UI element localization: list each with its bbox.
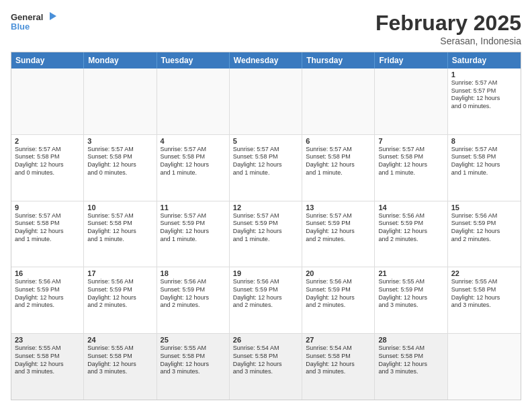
title-block: February 2025 Serasan, Indonesia <box>375 11 521 46</box>
cal-header-day: Friday <box>375 52 447 68</box>
cal-cell: 5Sunrise: 5:57 AM Sunset: 5:58 PM Daylig… <box>230 135 302 201</box>
cal-cell: 21Sunrise: 5:55 AM Sunset: 5:59 PM Dayli… <box>375 267 447 333</box>
cell-daylight-info: Sunrise: 5:57 AM Sunset: 5:58 PM Dayligh… <box>87 212 152 244</box>
calendar: SundayMondayTuesdayWednesdayThursdayFrid… <box>11 52 521 400</box>
day-number: 11 <box>161 203 226 212</box>
cell-daylight-info: Sunrise: 5:54 AM Sunset: 5:58 PM Dayligh… <box>233 345 298 376</box>
cell-daylight-info: Sunrise: 5:55 AM Sunset: 5:58 PM Dayligh… <box>15 345 80 376</box>
cell-daylight-info: Sunrise: 5:56 AM Sunset: 5:59 PM Dayligh… <box>87 278 152 310</box>
day-number: 27 <box>306 336 371 344</box>
svg-marker-1 <box>50 12 56 20</box>
day-number: 17 <box>87 269 152 277</box>
header: General Blue February 2025 Serasan, Indo… <box>11 11 521 46</box>
cell-daylight-info: Sunrise: 5:56 AM Sunset: 5:59 PM Dayligh… <box>15 278 80 310</box>
cal-cell: 11Sunrise: 5:57 AM Sunset: 5:59 PM Dayli… <box>157 201 230 267</box>
cell-daylight-info: Sunrise: 5:56 AM Sunset: 5:59 PM Dayligh… <box>233 278 298 310</box>
cal-cell: 15Sunrise: 5:56 AM Sunset: 5:59 PM Dayli… <box>448 201 521 267</box>
cal-cell: 23Sunrise: 5:55 AM Sunset: 5:58 PM Dayli… <box>11 334 84 400</box>
day-number: 15 <box>451 203 517 212</box>
cal-cell <box>157 68 230 134</box>
day-number: 16 <box>15 269 80 277</box>
cell-daylight-info: Sunrise: 5:55 AM Sunset: 5:59 PM Dayligh… <box>378 278 443 310</box>
cell-daylight-info: Sunrise: 5:57 AM Sunset: 5:58 PM Dayligh… <box>161 146 226 177</box>
cal-row: 9Sunrise: 5:57 AM Sunset: 5:58 PM Daylig… <box>11 201 521 268</box>
logo-svg: General Blue <box>11 11 58 35</box>
cal-cell: 14Sunrise: 5:56 AM Sunset: 5:59 PM Dayli… <box>375 201 447 267</box>
cal-header-day: Thursday <box>302 52 375 68</box>
cal-cell: 16Sunrise: 5:56 AM Sunset: 5:59 PM Dayli… <box>11 267 84 333</box>
day-number: 23 <box>15 336 80 344</box>
cal-cell: 26Sunrise: 5:54 AM Sunset: 5:58 PM Dayli… <box>230 334 302 400</box>
cal-row: 1Sunrise: 5:57 AM Sunset: 5:57 PM Daylig… <box>11 68 521 135</box>
cal-cell: 17Sunrise: 5:56 AM Sunset: 5:59 PM Dayli… <box>84 267 157 333</box>
cell-daylight-info: Sunrise: 5:57 AM Sunset: 5:57 PM Dayligh… <box>451 79 517 111</box>
cell-daylight-info: Sunrise: 5:54 AM Sunset: 5:58 PM Dayligh… <box>306 345 371 376</box>
cal-cell: 3Sunrise: 5:57 AM Sunset: 5:58 PM Daylig… <box>84 135 157 201</box>
cal-cell: 13Sunrise: 5:57 AM Sunset: 5:59 PM Dayli… <box>302 201 375 267</box>
cell-daylight-info: Sunrise: 5:55 AM Sunset: 5:58 PM Dayligh… <box>451 278 517 310</box>
cal-header-day: Tuesday <box>157 52 230 68</box>
day-number: 10 <box>87 203 152 212</box>
cal-header-day: Wednesday <box>230 52 302 68</box>
cal-cell <box>448 334 521 400</box>
cal-cell <box>230 68 302 134</box>
page: General Blue February 2025 Serasan, Indo… <box>0 0 532 411</box>
cal-header-day: Sunday <box>11 52 84 68</box>
day-number: 7 <box>378 137 443 145</box>
cal-row: 2Sunrise: 5:57 AM Sunset: 5:58 PM Daylig… <box>11 135 521 201</box>
cell-daylight-info: Sunrise: 5:57 AM Sunset: 5:58 PM Dayligh… <box>15 212 80 244</box>
month-title: February 2025 <box>375 11 521 36</box>
day-number: 6 <box>306 137 371 145</box>
day-number: 21 <box>378 269 443 277</box>
cell-daylight-info: Sunrise: 5:57 AM Sunset: 5:58 PM Dayligh… <box>378 146 443 177</box>
day-number: 14 <box>378 203 443 212</box>
cal-cell <box>11 68 84 134</box>
cell-daylight-info: Sunrise: 5:55 AM Sunset: 5:58 PM Dayligh… <box>161 345 226 376</box>
cal-cell: 20Sunrise: 5:56 AM Sunset: 5:59 PM Dayli… <box>302 267 375 333</box>
cal-header-day: Saturday <box>448 52 521 68</box>
cal-cell: 9Sunrise: 5:57 AM Sunset: 5:58 PM Daylig… <box>11 201 84 267</box>
cal-cell: 19Sunrise: 5:56 AM Sunset: 5:59 PM Dayli… <box>230 267 302 333</box>
cal-cell: 28Sunrise: 5:54 AM Sunset: 5:58 PM Dayli… <box>375 334 447 400</box>
day-number: 19 <box>233 269 298 277</box>
logo: General Blue <box>11 11 58 35</box>
cal-cell: 12Sunrise: 5:57 AM Sunset: 5:59 PM Dayli… <box>230 201 302 267</box>
cal-header-day: Monday <box>84 52 157 68</box>
cal-cell: 2Sunrise: 5:57 AM Sunset: 5:58 PM Daylig… <box>11 135 84 201</box>
calendar-body: 1Sunrise: 5:57 AM Sunset: 5:57 PM Daylig… <box>11 68 521 400</box>
day-number: 5 <box>233 137 298 145</box>
cell-daylight-info: Sunrise: 5:57 AM Sunset: 5:59 PM Dayligh… <box>306 212 371 244</box>
cal-cell: 27Sunrise: 5:54 AM Sunset: 5:58 PM Dayli… <box>302 334 375 400</box>
cal-row: 23Sunrise: 5:55 AM Sunset: 5:58 PM Dayli… <box>11 334 521 400</box>
cal-cell <box>375 68 447 134</box>
cell-daylight-info: Sunrise: 5:55 AM Sunset: 5:58 PM Dayligh… <box>87 345 152 376</box>
cal-cell <box>302 68 375 134</box>
cal-row: 16Sunrise: 5:56 AM Sunset: 5:59 PM Dayli… <box>11 267 521 334</box>
cal-cell: 22Sunrise: 5:55 AM Sunset: 5:58 PM Dayli… <box>448 267 521 333</box>
day-number: 12 <box>233 203 298 212</box>
cell-daylight-info: Sunrise: 5:56 AM Sunset: 5:59 PM Dayligh… <box>378 212 443 244</box>
cell-daylight-info: Sunrise: 5:56 AM Sunset: 5:59 PM Dayligh… <box>451 212 517 244</box>
cell-daylight-info: Sunrise: 5:57 AM Sunset: 5:59 PM Dayligh… <box>161 212 226 244</box>
day-number: 25 <box>161 336 226 344</box>
day-number: 26 <box>233 336 298 344</box>
day-number: 9 <box>15 203 80 212</box>
cell-daylight-info: Sunrise: 5:57 AM Sunset: 5:59 PM Dayligh… <box>233 212 298 244</box>
day-number: 4 <box>161 137 226 145</box>
cal-cell: 25Sunrise: 5:55 AM Sunset: 5:58 PM Dayli… <box>157 334 230 400</box>
subtitle: Serasan, Indonesia <box>375 36 521 46</box>
day-number: 18 <box>161 269 226 277</box>
day-number: 8 <box>451 137 517 145</box>
day-number: 20 <box>306 269 371 277</box>
cell-daylight-info: Sunrise: 5:57 AM Sunset: 5:58 PM Dayligh… <box>15 146 80 177</box>
svg-text:Blue: Blue <box>11 21 30 32</box>
cal-cell: 4Sunrise: 5:57 AM Sunset: 5:58 PM Daylig… <box>157 135 230 201</box>
cell-daylight-info: Sunrise: 5:54 AM Sunset: 5:58 PM Dayligh… <box>378 345 443 376</box>
day-number: 2 <box>15 137 80 145</box>
cal-cell: 1Sunrise: 5:57 AM Sunset: 5:57 PM Daylig… <box>448 68 521 134</box>
calendar-header: SundayMondayTuesdayWednesdayThursdayFrid… <box>11 52 521 68</box>
cell-daylight-info: Sunrise: 5:57 AM Sunset: 5:58 PM Dayligh… <box>233 146 298 177</box>
cell-daylight-info: Sunrise: 5:57 AM Sunset: 5:58 PM Dayligh… <box>306 146 371 177</box>
day-number: 28 <box>378 336 443 344</box>
cell-daylight-info: Sunrise: 5:56 AM Sunset: 5:59 PM Dayligh… <box>306 278 371 310</box>
